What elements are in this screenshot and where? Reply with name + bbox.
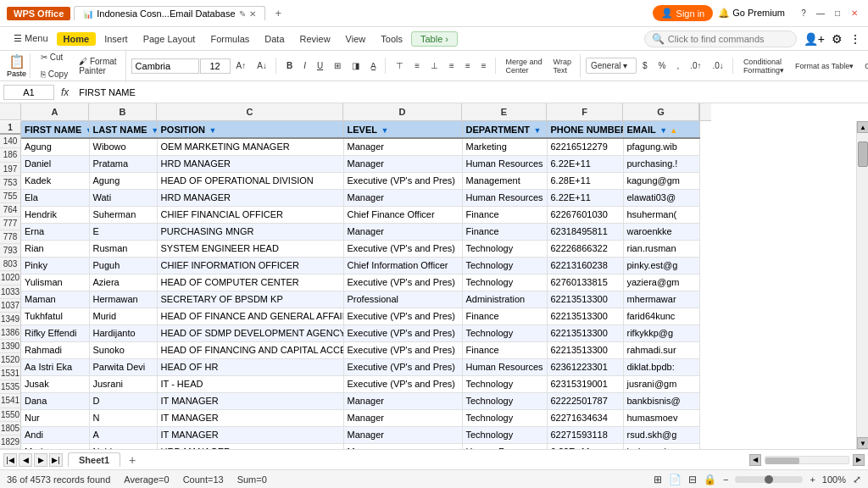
cell-12-6[interactable]: rahmadi.sur (623, 341, 699, 358)
align-middle-button[interactable]: ≡ (409, 58, 425, 74)
vertical-scrollbar[interactable]: ▲ ▼ (856, 121, 868, 449)
cell-15-5[interactable]: 62222501787 (547, 392, 623, 409)
scroll-thumb[interactable] (858, 141, 868, 167)
decrease-font-button[interactable]: A↓ (252, 58, 272, 74)
cell-14-2[interactable]: IT - HEAD (157, 375, 343, 392)
cell-14-4[interactable]: Technology (462, 375, 547, 392)
cell-6-5[interactable]: 62226866322 (547, 240, 623, 257)
cell-3-2[interactable]: HRD MANAGER (157, 189, 343, 206)
cell-3-5[interactable]: 6.22E+11 (547, 189, 623, 206)
cell-8-5[interactable]: 62760133815 (547, 274, 623, 291)
cell-13-3[interactable]: Executive (VP's and Pres) (343, 358, 462, 375)
menu-page-layout[interactable]: Page Layout (136, 32, 203, 46)
cell-13-4[interactable]: Human Resources (462, 358, 547, 375)
menu-view[interactable]: View (339, 32, 373, 46)
cell-5-4[interactable]: Finance (462, 223, 547, 240)
cell-17-4[interactable]: Technology (462, 426, 547, 443)
cell-7-4[interactable]: Technology (462, 257, 547, 274)
cell-16-4[interactable]: Technology (462, 409, 547, 426)
cell-12-5[interactable]: 62213513300 (547, 341, 623, 358)
cell-10-0[interactable]: Tukhfatul (21, 308, 89, 324)
sheet-tab-sheet1[interactable]: Sheet1 (68, 452, 120, 467)
cell-16-1[interactable]: N (89, 409, 157, 426)
cell-6-2[interactable]: SYSTEM ENGINEER HEAD (157, 240, 343, 257)
font-name-input[interactable] (131, 58, 199, 74)
command-search-input[interactable] (668, 34, 787, 44)
cell-6-1[interactable]: Rusman (89, 240, 157, 257)
cell-18-2[interactable]: HRD MANAGER (157, 443, 343, 449)
align-top-button[interactable]: ⊤ (391, 58, 409, 74)
wrap-button[interactable]: WrapText (548, 54, 576, 78)
cell-13-5[interactable]: 62361223301 (547, 358, 623, 375)
header-position[interactable]: POSITION ▼ (157, 121, 343, 138)
cell-5-6[interactable]: waroenkke (623, 223, 699, 240)
cell-4-1[interactable]: Suherman (89, 206, 157, 223)
format-as-table-button[interactable]: Format as Table▾ (790, 58, 859, 74)
cell-6-4[interactable]: Technology (462, 240, 547, 257)
filter-icon-dept[interactable]: ▼ (531, 126, 541, 135)
expand-icon[interactable]: ⤢ (853, 474, 861, 485)
cell-9-6[interactable]: mhermawar (623, 291, 699, 308)
menu-review[interactable]: Review (293, 32, 337, 46)
cell-12-3[interactable]: Executive (VP's and Pres) (343, 341, 462, 358)
cell-9-1[interactable]: Hermawan (89, 291, 157, 308)
zoom-out-btn[interactable]: − (723, 474, 728, 485)
cell-0-0[interactable]: Agung (21, 138, 89, 155)
conditional-formatting-button[interactable]: ConditionalFormatting▾ (738, 54, 789, 78)
cell-5-3[interactable]: Manager (343, 223, 462, 240)
header-phone[interactable]: PHONE NUMBER ▼ (547, 121, 623, 138)
cell-11-3[interactable]: Executive (VP's and Pres) (343, 324, 462, 341)
cell-11-5[interactable]: 62213513300 (547, 324, 623, 341)
col-header-a[interactable]: A (21, 103, 89, 120)
filter-icon-firstname[interactable]: ▼ (83, 126, 89, 135)
menu-insert[interactable]: Insert (97, 32, 135, 46)
cell-12-2[interactable]: HEAD OF FINANCING AND CAPITAL ACCESS CAS… (157, 341, 343, 358)
cell-8-3[interactable]: Executive (VP's and Pres) (343, 274, 462, 291)
cell-10-1[interactable]: Murid (89, 308, 157, 324)
cell-14-1[interactable]: Jusrani (89, 375, 157, 392)
cell-7-6[interactable]: pinky.est@g (623, 257, 699, 274)
horizontal-scroll-bar[interactable]: ◀ ▶ (749, 454, 865, 466)
page-break-icon[interactable]: ⊟ (688, 474, 697, 485)
cell-7-5[interactable]: 62213160238 (547, 257, 623, 274)
cell-4-5[interactable]: 62267601030 (547, 206, 623, 223)
cell-1-5[interactable]: 6.22E+11 (547, 155, 623, 172)
normal-view-icon[interactable]: ⊞ (654, 474, 662, 485)
cell-17-0[interactable]: Andi (21, 426, 89, 443)
cell-2-2[interactable]: HEAD OF OPERATIONAL DIVISION (157, 172, 343, 189)
cell-18-6[interactable]: hrd.rspurim (623, 443, 699, 449)
cell-style-button[interactable]: Cell Style▾ (860, 58, 868, 74)
cell-15-6[interactable]: bankbisnis@ (623, 392, 699, 409)
cell-7-0[interactable]: Pinky (21, 257, 89, 274)
cut-button[interactable]: ✂ Cut (36, 49, 73, 65)
cell-11-1[interactable]: Hardijanto (89, 324, 157, 341)
cell-2-5[interactable]: 6.28E+11 (547, 172, 623, 189)
cell-12-1[interactable]: Sunoko (89, 341, 157, 358)
cell-15-0[interactable]: Dana (21, 392, 89, 409)
cell-16-3[interactable]: Manager (343, 409, 462, 426)
menu-hamburger[interactable]: ☰ Menu (7, 31, 55, 46)
paste-button[interactable]: 📋 Paste (7, 53, 26, 78)
fill-color-button[interactable]: ◨ (347, 58, 364, 74)
cell-16-0[interactable]: Nur (21, 409, 89, 426)
filter-icon-position[interactable]: ▼ (207, 126, 216, 135)
cell-reference-input[interactable] (3, 85, 54, 100)
cell-16-6[interactable]: humasmoev (623, 409, 699, 426)
cell-0-6[interactable]: pfagung.wib (623, 138, 699, 155)
formula-input[interactable] (75, 86, 865, 99)
cell-11-2[interactable]: HEAD OF SDMP DEVELOPMENT AGENCY KP (157, 324, 343, 341)
cell-4-3[interactable]: Chief Finance Officer (343, 206, 462, 223)
align-right-button[interactable]: ≡ (476, 58, 492, 74)
scroll-track[interactable] (857, 133, 868, 437)
cell-18-1[interactable]: Naldo (89, 443, 157, 449)
table-button[interactable]: Table › (411, 31, 458, 47)
cell-18-0[interactable]: Mario (21, 443, 89, 449)
decrease-decimal-button[interactable]: .0↓ (708, 58, 729, 74)
scroll-left-button[interactable]: ◀ (749, 454, 761, 466)
h-scroll-thumb[interactable] (765, 458, 799, 464)
close-tab-icon[interactable]: ✕ (249, 9, 256, 19)
filter-icon-level[interactable]: ▼ (379, 126, 388, 135)
menu-home[interactable]: Home (57, 32, 97, 46)
col-header-f[interactable]: F (547, 103, 623, 120)
percent-button[interactable]: % (654, 58, 671, 74)
